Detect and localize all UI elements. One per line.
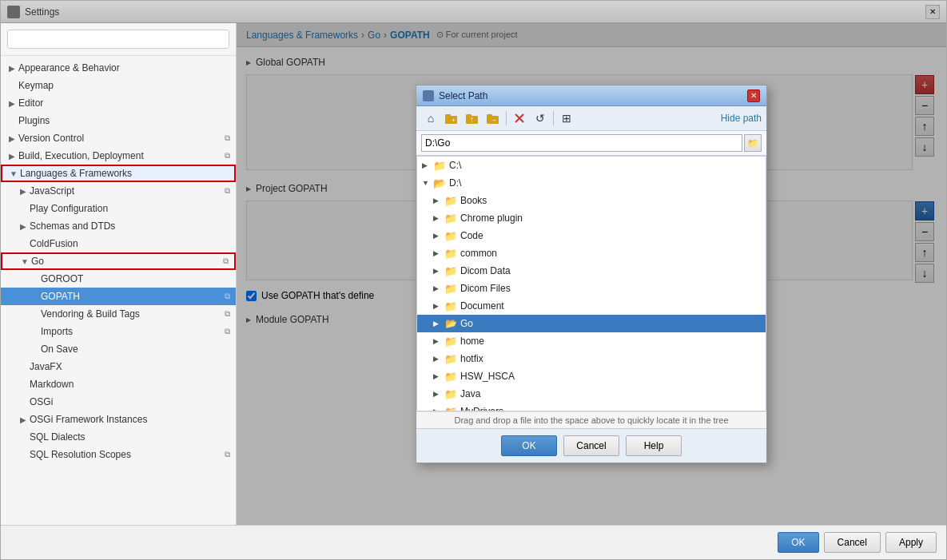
copy-icon: ⧉ — [221, 449, 233, 460]
folder-icon: 📁 — [444, 371, 457, 382]
expand-arrow: ▶ — [433, 320, 444, 328]
file-tree-item-code[interactable]: ▶ 📁 Code — [417, 227, 766, 244]
path-browse-button[interactable]: 📁 — [744, 134, 762, 152]
sidebar-item-label: SQL Dialects — [30, 431, 86, 443]
file-tree-item-chrome[interactable]: ▶ 📁 Chrome plugin — [417, 209, 766, 227]
file-tree-item-dicom-data[interactable]: ▶ 📁 Dicom Data — [417, 262, 766, 280]
dialog-ok-button[interactable]: OK — [501, 435, 557, 456]
file-tree-item-mydrivers[interactable]: ▶ 📁 MyDrivers — [417, 403, 766, 411]
expand-arrow: ▶ — [433, 355, 444, 363]
sidebar-item-osgi-framework[interactable]: ▶ OSGi Framework Instances — [1, 411, 236, 428]
sidebar-item-label: Vendoring & Build Tags — [41, 308, 140, 320]
select-path-dialog: Select Path ✕ ⌂ + ↑ → — [416, 85, 767, 463]
other-button[interactable]: ⊞ — [557, 109, 576, 127]
sidebar-item-play-config[interactable]: Play Configuration — [1, 200, 236, 217]
file-label: HSW_HSCA — [460, 371, 515, 382]
expand-arrow — [18, 204, 28, 213]
file-tree[interactable]: ▶ 📁 C:\ ▼ 📂 D:\ ▶ 📁 — [416, 156, 766, 411]
sidebar-item-label: OSGi — [30, 396, 53, 407]
expand-arrow: ▶ — [433, 372, 444, 380]
sidebar-item-appearance[interactable]: ▶ Appearance & Behavior — [1, 59, 236, 77]
delete-button[interactable] — [510, 109, 529, 127]
sidebar-item-schemas[interactable]: ▶ Schemas and DTDs — [1, 217, 236, 235]
sidebar-item-sql-resolution[interactable]: SQL Resolution Scopes ⧉ — [1, 446, 236, 463]
home-button[interactable]: ⌂ — [421, 109, 440, 127]
sidebar-item-vendoring[interactable]: Vendoring & Build Tags ⧉ — [1, 305, 236, 323]
new-folder-button[interactable]: + — [442, 109, 461, 127]
cancel-button[interactable]: Cancel — [824, 532, 881, 553]
search-input[interactable] — [7, 30, 229, 49]
file-tree-item-c[interactable]: ▶ 📁 C:\ — [417, 157, 766, 174]
expand-arrow — [30, 309, 39, 319]
sidebar-item-go[interactable]: ▼ Go ⧉ — [1, 252, 236, 270]
file-tree-item-home[interactable]: ▶ 📁 home — [417, 332, 766, 350]
file-tree-item-java[interactable]: ▶ 📁 Java — [417, 385, 766, 403]
hide-path-link[interactable]: Hide path — [721, 113, 762, 124]
modal-overlay: Select Path ✕ ⌂ + ↑ → — [237, 23, 946, 525]
search-box — [1, 23, 236, 56]
sidebar-item-osgi[interactable]: OSGi — [1, 393, 236, 411]
file-tree-item-dicom-files[interactable]: ▶ 📁 Dicom Files — [417, 280, 766, 297]
sidebar-item-editor[interactable]: ▶ Editor — [1, 94, 236, 112]
dialog-cancel-button[interactable]: Cancel — [563, 435, 619, 456]
folder-icon: 📁 — [444, 336, 457, 347]
copy-icon: ⧉ — [221, 185, 233, 197]
sidebar-item-label: GOROOT — [41, 273, 83, 284]
sidebar-item-label: Build, Execution, Deployment — [18, 150, 144, 161]
folder-icon: 📂 — [433, 177, 446, 189]
file-tree-item-hsw[interactable]: ▶ 📁 HSW_HSCA — [417, 367, 766, 385]
sidebar-item-javascript[interactable]: ▶ JavaScript ⧉ — [1, 182, 236, 200]
title-bar: Settings ✕ — [1, 1, 946, 23]
expand-arrow: ▼ — [20, 256, 30, 266]
file-tree-item-books[interactable]: ▶ 📁 Books — [417, 192, 766, 209]
folder-icon: 📁 — [444, 353, 457, 364]
expand-arrow — [18, 432, 28, 442]
sidebar-item-gopath[interactable]: GOPATH ⧉ — [1, 288, 236, 305]
sidebar-item-label: GOPATH — [41, 291, 80, 302]
go-to-folder-button[interactable]: → — [483, 109, 503, 127]
file-tree-item-document[interactable]: ▶ 📁 Document — [417, 297, 766, 315]
folder-icon: 📁 — [444, 265, 457, 276]
sidebar-item-version-control[interactable]: ▶ Version Control ⧉ — [1, 129, 236, 147]
expand-arrow: ▼ — [9, 169, 18, 178]
file-tree-item-hotfix[interactable]: ▶ 📁 hotfix — [417, 350, 766, 367]
bottom-bar: OK Cancel Apply — [1, 525, 946, 559]
apply-button[interactable]: Apply — [885, 532, 937, 553]
sidebar-item-imports[interactable]: Imports ⧉ — [1, 323, 236, 340]
sidebar-item-coldfusion[interactable]: ColdFusion — [1, 235, 236, 252]
file-label: home — [460, 336, 484, 347]
sidebar-item-label: Imports — [41, 326, 73, 337]
drag-hint: Drag and drop a file into the space abov… — [416, 411, 766, 428]
file-tree-item-d[interactable]: ▼ 📂 D:\ — [417, 174, 766, 192]
refresh-button[interactable]: ↺ — [531, 109, 550, 127]
sidebar-item-on-save[interactable]: On Save — [1, 340, 236, 358]
file-tree-item-common[interactable]: ▶ 📁 common — [417, 244, 766, 262]
expand-arrow: ▶ — [422, 161, 433, 169]
sidebar-item-label: Version Control — [18, 133, 84, 144]
sidebar-item-javafx[interactable]: JavaFX — [1, 358, 236, 375]
settings-tree: ▶ Appearance & Behavior Keymap ▶ Editor … — [1, 56, 236, 525]
ok-button[interactable]: OK — [778, 532, 818, 553]
folder-icon: 📁 — [444, 195, 457, 206]
file-label: Java — [460, 388, 480, 399]
close-button[interactable]: ✕ — [925, 5, 940, 19]
dialog-help-button[interactable]: Help — [626, 435, 682, 456]
expand-arrow: ▶ — [433, 214, 444, 222]
folder-up-button[interactable]: ↑ — [463, 109, 482, 127]
expand-arrow: ▶ — [18, 221, 28, 231]
sidebar-item-markdown[interactable]: Markdown — [1, 375, 236, 393]
sidebar-item-goroot[interactable]: GOROOT — [1, 270, 236, 288]
sidebar-item-plugins[interactable]: Plugins — [1, 112, 236, 129]
sidebar-item-label: JavaFX — [30, 361, 62, 372]
dialog-close-button[interactable]: ✕ — [747, 89, 760, 102]
sidebar-item-keymap[interactable]: Keymap — [1, 77, 236, 94]
path-input[interactable] — [421, 134, 742, 152]
file-tree-item-go[interactable]: ▶ 📂 Go — [417, 315, 766, 332]
expand-arrow: ▶ — [7, 98, 17, 108]
sidebar-item-languages[interactable]: ▼ Languages & Frameworks — [1, 165, 236, 182]
sidebar-item-sql-dialects[interactable]: SQL Dialects — [1, 428, 236, 446]
sidebar-item-label: SQL Resolution Scopes — [30, 449, 131, 460]
file-label: D:\ — [449, 177, 461, 189]
sidebar-item-build[interactable]: ▶ Build, Execution, Deployment ⧉ — [1, 147, 236, 165]
file-label: Chrome plugin — [460, 212, 523, 224]
